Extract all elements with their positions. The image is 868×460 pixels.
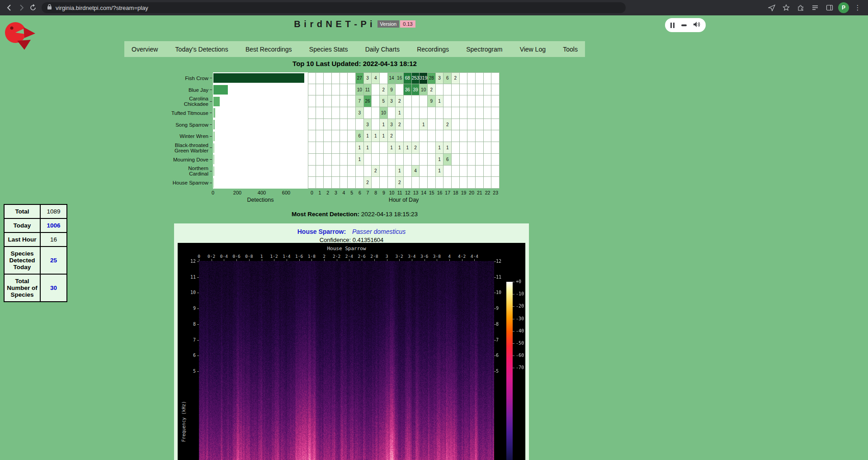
heatmap-cell [491, 177, 500, 189]
heatmap-cell [491, 107, 500, 119]
pause-icon[interactable] [670, 23, 675, 28]
nav-item-view-log[interactable]: View Log [520, 46, 546, 53]
heatmap-cell [316, 154, 324, 166]
heatmap-cell [316, 130, 324, 142]
spectro-x-tickmark [274, 259, 274, 261]
stat-value[interactable]: 30 [40, 274, 67, 302]
hour-axis-tick: 6 [356, 190, 364, 196]
spectro-x-tick: 3·4 [408, 254, 415, 259]
hour-axis-tick: 0 [308, 190, 316, 196]
spectro-x-tickmark [425, 259, 425, 261]
send-icon[interactable] [766, 2, 778, 14]
nav-item-daily-charts[interactable]: Daily Charts [365, 46, 400, 53]
heatmap-cell [316, 119, 324, 131]
spectro-x-tickmark [374, 259, 375, 261]
back-icon[interactable] [4, 2, 15, 14]
most-recent-detection: Most Recent Detection: 2022-04-13 18:15:… [124, 211, 585, 218]
heatmap-cell: 4 [412, 166, 420, 177]
spectro-y-tick-right: 11 [496, 275, 507, 280]
heatmap-cell [476, 72, 484, 84]
spectro-y-tick-right: 8 [496, 322, 507, 327]
stats-row-total-number-of-species: Total Number of Species30 [4, 274, 67, 302]
heatmap-cell [348, 166, 356, 177]
heatmap-cell [428, 119, 436, 131]
stat-value[interactable]: 25 [40, 247, 67, 274]
reload-icon[interactable] [27, 2, 39, 14]
bookmark-star-icon[interactable] [780, 2, 792, 14]
heatmap-cell [324, 107, 332, 119]
nav-item-recordings[interactable]: Recordings [417, 46, 449, 53]
heatmap-cell [484, 107, 492, 119]
spectro-y-tick-left: 11 [185, 275, 196, 280]
spectro-y-tick-left: 12 [185, 259, 196, 264]
heatmap-cell [452, 142, 460, 154]
nav-item-tools[interactable]: Tools [563, 46, 578, 53]
heatmap-cell [372, 177, 380, 189]
species-label: Winter Wren [127, 130, 208, 142]
nav-item-today-s-detections[interactable]: Today's Detections [175, 46, 228, 53]
heatmap-cell: 14 [388, 72, 396, 84]
heatmap-cell [308, 154, 316, 166]
heatmap-cell [372, 107, 380, 119]
most-recent-value: 2022-04-13 18:15:23 [361, 211, 418, 218]
stat-value[interactable]: 1006 [40, 218, 67, 232]
audio-player[interactable] [665, 18, 706, 32]
nav-item-spectrogram[interactable]: Spectrogram [466, 46, 502, 53]
spectro-x-tickmark [362, 259, 362, 261]
heatmap-cell [443, 177, 452, 189]
nav-item-overview[interactable]: Overview [132, 46, 158, 53]
heatmap-cell [356, 177, 364, 189]
heatmap-cell [340, 130, 348, 142]
heatmap-cell [491, 84, 500, 96]
species-label: Blue Jay [127, 84, 208, 96]
heatmap-cell [332, 107, 340, 119]
spectro-x-tick: 4·2 [458, 254, 466, 259]
heatmap-cell [476, 119, 484, 131]
heatmap-cell [308, 166, 316, 177]
heatmap-cell [332, 177, 340, 189]
most-recent-label: Most Recent Detection: [292, 211, 359, 218]
heatmap-cell [380, 177, 388, 189]
seek-slider[interactable] [681, 24, 687, 26]
menu-kebab-icon[interactable]: ⋮ [852, 2, 863, 14]
forward-icon[interactable] [15, 2, 27, 14]
nav-item-species-stats[interactable]: Species Stats [309, 46, 348, 53]
heatmap-cell [428, 166, 436, 177]
heatmap-cell [396, 130, 404, 142]
spectro-x-tick: 4 [448, 254, 451, 259]
y-tick [210, 101, 212, 102]
heatmap-cell [332, 154, 340, 166]
chart-row-carolina-chickadee: CarolinaChickadee72653291 [127, 95, 500, 107]
page-title: B i r d N E T - P i [294, 19, 373, 29]
heatmap-cell [484, 166, 492, 177]
hour-axis-tick: 19 [460, 190, 468, 196]
extensions-icon[interactable] [795, 2, 807, 14]
chart-row-northern-cardinal: NorthernCardinal2141 [127, 166, 500, 177]
volume-icon[interactable] [693, 21, 700, 29]
heatmap-cell [372, 142, 380, 154]
heatmap-cell [467, 72, 476, 84]
heatmap-cell [348, 177, 356, 189]
heatmap-cell: 28 [428, 72, 436, 84]
side-panel-icon[interactable] [824, 2, 835, 14]
heatmap-cell [332, 84, 340, 96]
spectro-x-tickmark [412, 259, 412, 261]
detection-species-common[interactable]: House Sparrow: [297, 228, 346, 235]
heatmap-cell: 1 [443, 142, 452, 154]
reading-list-icon[interactable] [809, 2, 821, 14]
colorbar-tick: -40 [516, 328, 524, 333]
hour-axis-tick: 7 [364, 190, 372, 196]
heatmap-cell [436, 119, 444, 131]
heatmap-cell [324, 119, 332, 131]
profile-avatar[interactable]: P [838, 2, 849, 13]
url-bar[interactable]: virginia.birdnetpi.com/?stream=play [42, 2, 626, 13]
spectro-x-tickmark [462, 259, 462, 261]
spectro-x-tick: 1·6 [295, 254, 303, 259]
detection-species-latin: Passer domesticus [352, 228, 406, 235]
heatmap-cell [372, 119, 380, 131]
spectro-x-tick: 1·2 [270, 254, 278, 259]
heatmap-cell [420, 130, 428, 142]
heatmap-cell [340, 166, 348, 177]
nav-item-best-recordings[interactable]: Best Recordings [245, 46, 292, 53]
spectro-y-tick-left: 10 [185, 290, 196, 295]
